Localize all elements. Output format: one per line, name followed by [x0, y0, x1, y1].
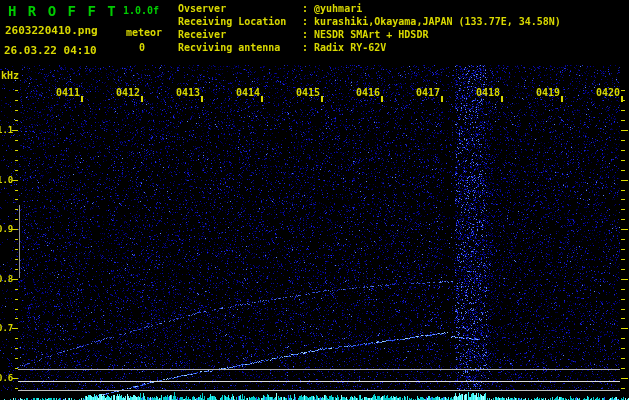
- time-axis-label: 0415: [296, 87, 320, 98]
- info-value: : NESDR SMArt + HDSDR: [302, 29, 428, 40]
- info-label: Receiving Location: [178, 15, 302, 28]
- datetime: 26.03.22 04:10: [4, 44, 97, 57]
- time-axis-label: 0420: [596, 87, 620, 98]
- info-label: Recviving antenna: [178, 41, 302, 54]
- info-row: Receiving Location: kurashiki,Okayama,JA…: [178, 15, 561, 28]
- info-row: Recviving antenna: Radix RY-62V: [178, 41, 561, 54]
- station-info: Ovserver: @yuhmariReceiving Location: ku…: [178, 2, 561, 54]
- freq-axis-label: 0.7: [0, 323, 13, 333]
- hrofft-window: H R O F F T 1.0.0f 2603220410.png meteor…: [0, 0, 629, 400]
- meteor-count: 0: [139, 42, 145, 53]
- freq-axis-label: 1.0: [0, 175, 13, 185]
- freq-axis-label: 0.6: [0, 373, 13, 383]
- time-axis-label: 0418: [476, 87, 500, 98]
- app-title: H R O F F T: [8, 3, 117, 19]
- info-value: : Radix RY-62V: [302, 42, 386, 53]
- time-axis-label: 0411: [56, 87, 80, 98]
- info-value: : kurashiki,Okayama,JAPAN (133.77E, 34.5…: [302, 16, 561, 27]
- freq-axis-label: 1.1: [0, 125, 13, 135]
- info-row: Ovserver: @yuhmari: [178, 2, 561, 15]
- time-axis-label: 0416: [356, 87, 380, 98]
- app-version: 1.0.0f: [123, 5, 159, 16]
- meteor-label: meteor: [126, 27, 162, 38]
- time-axis-label: 0419: [536, 87, 560, 98]
- info-label: Receiver: [178, 28, 302, 41]
- time-axis-label: 0412: [116, 87, 140, 98]
- info-row: Receiver: NESDR SMArt + HDSDR: [178, 28, 561, 41]
- info-value: : @yuhmari: [302, 3, 362, 14]
- time-axis-label: 0414: [236, 87, 260, 98]
- time-axis-label: 0413: [176, 87, 200, 98]
- info-label: Ovserver: [178, 2, 302, 15]
- freq-axis-label: 0.9: [0, 224, 13, 234]
- spectrogram-canvas: [0, 0, 629, 400]
- output-filename: 2603220410.png: [5, 24, 98, 37]
- freq-unit-label: kHz: [1, 70, 19, 81]
- freq-axis-label: 0.8: [0, 274, 13, 284]
- time-axis-label: 0417: [416, 87, 440, 98]
